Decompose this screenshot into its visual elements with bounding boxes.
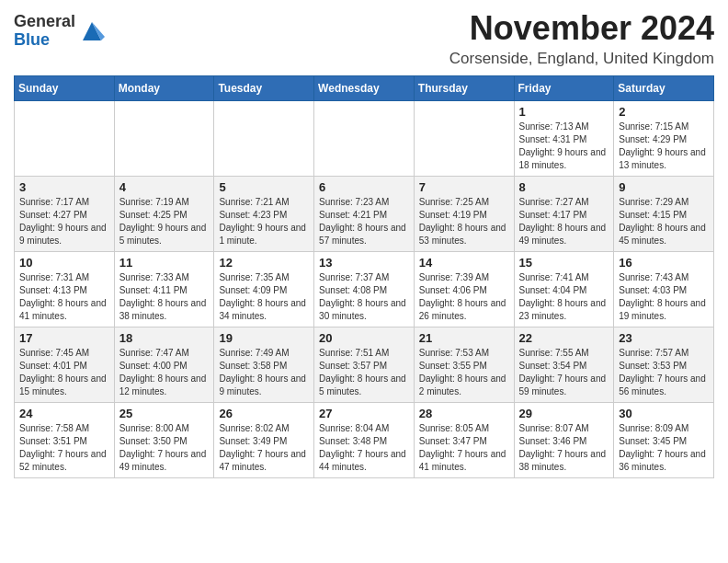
day-detail: Sunrise: 7:35 AM Sunset: 4:09 PM Dayligh… <box>219 271 309 323</box>
day-detail: Sunrise: 7:55 AM Sunset: 3:54 PM Dayligh… <box>519 347 609 398</box>
calendar-row: 24Sunrise: 7:58 AM Sunset: 3:51 PM Dayli… <box>15 403 714 478</box>
calendar-cell: 28Sunrise: 8:05 AM Sunset: 3:47 PM Dayli… <box>414 403 514 478</box>
weekday-header-cell: Sunday <box>15 76 115 101</box>
day-detail: Sunrise: 8:02 AM Sunset: 3:49 PM Dayligh… <box>219 422 309 474</box>
calendar-cell: 23Sunrise: 7:57 AM Sunset: 3:53 PM Dayli… <box>614 327 714 403</box>
day-detail: Sunrise: 7:47 AM Sunset: 4:00 PM Dayligh… <box>119 347 210 398</box>
calendar-cell: 11Sunrise: 7:33 AM Sunset: 4:11 PM Dayli… <box>114 252 214 327</box>
day-number: 21 <box>419 331 509 345</box>
calendar-row: 1Sunrise: 7:13 AM Sunset: 4:31 PM Daylig… <box>15 101 714 177</box>
calendar-cell: 25Sunrise: 8:00 AM Sunset: 3:50 PM Dayli… <box>114 403 214 478</box>
day-detail: Sunrise: 8:09 AM Sunset: 3:45 PM Dayligh… <box>619 422 709 474</box>
calendar-row: 17Sunrise: 7:45 AM Sunset: 4:01 PM Dayli… <box>15 327 714 403</box>
calendar-table: SundayMondayTuesdayWednesdayThursdayFrid… <box>14 75 714 478</box>
location-title: Corsenside, England, United Kingdom <box>449 50 714 68</box>
logo: General Blue <box>14 13 105 50</box>
calendar-cell: 24Sunrise: 7:58 AM Sunset: 3:51 PM Dayli… <box>15 403 115 478</box>
day-detail: Sunrise: 7:23 AM Sunset: 4:21 PM Dayligh… <box>319 196 409 247</box>
day-number: 25 <box>119 407 210 420</box>
calendar-row: 3Sunrise: 7:17 AM Sunset: 4:27 PM Daylig… <box>15 177 714 252</box>
calendar-cell: 9Sunrise: 7:29 AM Sunset: 4:15 PM Daylig… <box>614 177 714 252</box>
day-detail: Sunrise: 7:39 AM Sunset: 4:06 PM Dayligh… <box>419 271 509 323</box>
day-number: 4 <box>119 180 210 194</box>
day-number: 30 <box>619 407 709 420</box>
calendar-cell: 27Sunrise: 8:04 AM Sunset: 3:48 PM Dayli… <box>314 403 415 478</box>
day-number: 16 <box>619 256 709 270</box>
day-detail: Sunrise: 7:41 AM Sunset: 4:04 PM Dayligh… <box>519 271 609 323</box>
day-number: 14 <box>419 256 509 270</box>
weekday-header-cell: Monday <box>114 76 214 101</box>
calendar-cell: 7Sunrise: 7:25 AM Sunset: 4:19 PM Daylig… <box>414 177 514 252</box>
day-number: 6 <box>319 180 409 194</box>
day-detail: Sunrise: 8:07 AM Sunset: 3:46 PM Dayligh… <box>519 422 609 474</box>
calendar-cell: 17Sunrise: 7:45 AM Sunset: 4:01 PM Dayli… <box>15 327 115 403</box>
day-detail: Sunrise: 8:00 AM Sunset: 3:50 PM Dayligh… <box>119 422 210 474</box>
calendar-cell: 2Sunrise: 7:15 AM Sunset: 4:29 PM Daylig… <box>614 101 714 177</box>
calendar-cell: 18Sunrise: 7:47 AM Sunset: 4:00 PM Dayli… <box>114 327 214 403</box>
day-number: 12 <box>219 256 309 270</box>
day-detail: Sunrise: 7:51 AM Sunset: 3:57 PM Dayligh… <box>319 347 409 398</box>
calendar-cell: 6Sunrise: 7:23 AM Sunset: 4:21 PM Daylig… <box>314 177 415 252</box>
calendar-cell: 8Sunrise: 7:27 AM Sunset: 4:17 PM Daylig… <box>514 177 614 252</box>
day-number: 9 <box>619 180 709 194</box>
calendar-cell <box>314 101 415 177</box>
day-number: 1 <box>519 105 609 119</box>
weekday-header-cell: Friday <box>514 76 614 101</box>
calendar-cell: 3Sunrise: 7:17 AM Sunset: 4:27 PM Daylig… <box>15 177 115 252</box>
day-detail: Sunrise: 7:27 AM Sunset: 4:17 PM Dayligh… <box>519 196 609 247</box>
calendar-cell: 16Sunrise: 7:43 AM Sunset: 4:03 PM Dayli… <box>614 252 714 327</box>
day-detail: Sunrise: 7:57 AM Sunset: 3:53 PM Dayligh… <box>619 347 709 398</box>
day-number: 24 <box>19 407 109 420</box>
day-detail: Sunrise: 7:19 AM Sunset: 4:25 PM Dayligh… <box>119 196 210 247</box>
logo-general: General <box>14 13 75 31</box>
day-detail: Sunrise: 7:31 AM Sunset: 4:13 PM Dayligh… <box>19 271 109 323</box>
title-block: November 2024 Corsenside, England, Unite… <box>449 9 714 68</box>
day-number: 19 <box>219 331 309 345</box>
day-number: 18 <box>119 331 210 345</box>
calendar-cell: 30Sunrise: 8:09 AM Sunset: 3:45 PM Dayli… <box>614 403 714 478</box>
day-number: 15 <box>519 256 609 270</box>
day-detail: Sunrise: 8:04 AM Sunset: 3:48 PM Dayligh… <box>319 422 409 474</box>
day-detail: Sunrise: 7:33 AM Sunset: 4:11 PM Dayligh… <box>119 271 210 323</box>
day-number: 23 <box>619 331 709 345</box>
day-number: 2 <box>619 105 709 119</box>
calendar-cell: 1Sunrise: 7:13 AM Sunset: 4:31 PM Daylig… <box>514 101 614 177</box>
header: General Blue November 2024 Corsenside, E… <box>14 9 714 68</box>
day-detail: Sunrise: 7:43 AM Sunset: 4:03 PM Dayligh… <box>619 271 709 323</box>
calendar-row: 10Sunrise: 7:31 AM Sunset: 4:13 PM Dayli… <box>15 252 714 327</box>
calendar-cell: 14Sunrise: 7:39 AM Sunset: 4:06 PM Dayli… <box>414 252 514 327</box>
day-number: 11 <box>119 256 210 270</box>
month-title: November 2024 <box>449 9 714 48</box>
day-detail: Sunrise: 7:15 AM Sunset: 4:29 PM Dayligh… <box>619 121 709 172</box>
day-number: 8 <box>519 180 609 194</box>
day-number: 3 <box>19 180 109 194</box>
day-number: 10 <box>19 256 109 270</box>
weekday-header-cell: Tuesday <box>214 76 314 101</box>
logo-icon <box>79 18 105 44</box>
day-number: 20 <box>319 331 409 345</box>
weekday-header-cell: Wednesday <box>314 76 415 101</box>
day-detail: Sunrise: 7:37 AM Sunset: 4:08 PM Dayligh… <box>319 271 409 323</box>
day-detail: Sunrise: 7:58 AM Sunset: 3:51 PM Dayligh… <box>19 422 109 474</box>
calendar-cell: 15Sunrise: 7:41 AM Sunset: 4:04 PM Dayli… <box>514 252 614 327</box>
day-detail: Sunrise: 7:21 AM Sunset: 4:23 PM Dayligh… <box>219 196 309 247</box>
day-detail: Sunrise: 7:25 AM Sunset: 4:19 PM Dayligh… <box>419 196 509 247</box>
calendar-body: 1Sunrise: 7:13 AM Sunset: 4:31 PM Daylig… <box>15 101 714 478</box>
day-number: 29 <box>519 407 609 420</box>
calendar-cell: 22Sunrise: 7:55 AM Sunset: 3:54 PM Dayli… <box>514 327 614 403</box>
day-number: 22 <box>519 331 609 345</box>
day-number: 5 <box>219 180 309 194</box>
day-detail: Sunrise: 8:05 AM Sunset: 3:47 PM Dayligh… <box>419 422 509 474</box>
weekday-header-cell: Thursday <box>414 76 514 101</box>
calendar-cell <box>114 101 214 177</box>
calendar-cell: 20Sunrise: 7:51 AM Sunset: 3:57 PM Dayli… <box>314 327 415 403</box>
calendar-cell: 26Sunrise: 8:02 AM Sunset: 3:49 PM Dayli… <box>214 403 314 478</box>
day-number: 27 <box>319 407 409 420</box>
calendar-cell: 19Sunrise: 7:49 AM Sunset: 3:58 PM Dayli… <box>214 327 314 403</box>
weekday-header: SundayMondayTuesdayWednesdayThursdayFrid… <box>15 76 714 101</box>
calendar-cell: 29Sunrise: 8:07 AM Sunset: 3:46 PM Dayli… <box>514 403 614 478</box>
day-detail: Sunrise: 7:17 AM Sunset: 4:27 PM Dayligh… <box>19 196 109 247</box>
day-detail: Sunrise: 7:53 AM Sunset: 3:55 PM Dayligh… <box>419 347 509 398</box>
calendar-cell: 12Sunrise: 7:35 AM Sunset: 4:09 PM Dayli… <box>214 252 314 327</box>
calendar-cell: 10Sunrise: 7:31 AM Sunset: 4:13 PM Dayli… <box>15 252 115 327</box>
